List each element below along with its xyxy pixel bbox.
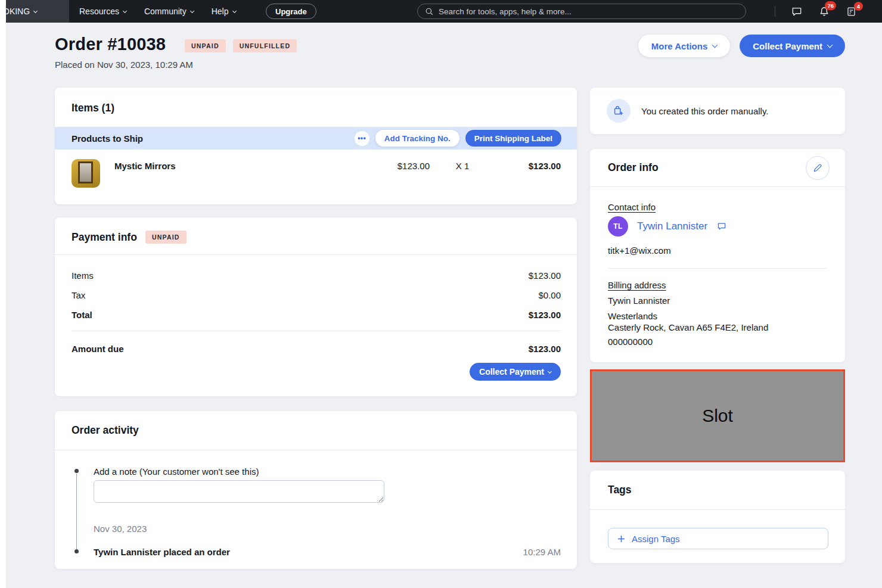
top-navbar: OKING Resources Community Help Upgrade [0, 0, 882, 23]
left-edge-strip [0, 0, 6, 588]
timeline-line [76, 474, 77, 550]
header-actions: More Actions Collect Payment [638, 35, 845, 57]
items-card: Items (1) Products to Ship ••• Add Track… [55, 88, 577, 204]
order-placed-date: Placed on Nov 30, 2023, 10:29 AM [55, 60, 193, 70]
event-text: Tywin Lannister placed an order [94, 547, 230, 557]
product-name: Mystic Mirrors [114, 159, 334, 171]
payment-info-card: Payment info UNPAID Items $123.00 Tax $0… [55, 217, 577, 396]
upgrade-button[interactable]: Upgrade [266, 4, 316, 19]
edit-order-info-button[interactable] [806, 156, 830, 180]
order-status-badges: UNPAID UNFULFILLED [185, 39, 297, 52]
timeline-date: Nov 30, 2023 [94, 524, 147, 534]
status-badge-unpaid: UNPAID [185, 39, 226, 52]
chevron-down-icon [123, 8, 127, 13]
payment-rows: Items $123.00 Tax $0.00 Total $123.00 [72, 270, 561, 329]
updates-badge: 4 [854, 2, 863, 11]
product-price: $123.00 [334, 159, 430, 171]
global-search [417, 4, 746, 19]
order-details-page: OKING Resources Community Help Upgrade [0, 0, 882, 588]
menu-help[interactable]: Help [212, 7, 236, 16]
amount-due-value: $123.00 [529, 344, 561, 354]
payment-status-badge: UNPAID [145, 231, 187, 244]
manual-order-notice-text: You created this order manually. [641, 106, 768, 116]
print-shipping-label-button[interactable]: Print Shipping Label [465, 130, 561, 147]
site-name: OKING [6, 7, 30, 16]
order-activity-card: Order activity Add a note (Your customer… [55, 411, 577, 569]
divider [55, 450, 577, 450]
manual-order-notice-card: You created this order manually. [590, 88, 845, 134]
add-tracking-button[interactable]: Add Tracking No. [375, 130, 459, 147]
more-options-icon[interactable]: ••• [355, 131, 369, 146]
payment-row-items: Items $123.00 [72, 270, 561, 281]
chevron-down-icon [548, 369, 552, 373]
billing-address-label: Billing address [608, 280, 666, 290]
contact-email: titk+1@wix.com [608, 245, 671, 256]
search-icon [425, 7, 434, 16]
chat-icon[interactable] [791, 5, 803, 17]
items-card-title: Items (1) [72, 102, 114, 114]
billing-phone: 000000000 [608, 337, 653, 347]
chevron-down-icon [190, 8, 194, 13]
page-title: Order #10038 [55, 35, 166, 54]
event-time: 10:29 AM [523, 547, 561, 557]
divider [590, 509, 845, 510]
product-image [72, 159, 100, 188]
chevron-down-icon [33, 8, 38, 13]
message-contact-icon[interactable] [716, 221, 727, 232]
payment-card-title: Payment info [72, 231, 137, 244]
menu-community[interactable]: Community [144, 7, 194, 16]
billing-name: Tywin Lannister [608, 295, 670, 306]
collect-payment-button-secondary[interactable]: Collect Payment [470, 363, 561, 381]
avatar: TL [608, 216, 628, 237]
timeline-dot [74, 549, 79, 553]
notifications-badge: 76 [825, 1, 836, 10]
timeline-event: Tywin Lannister placed an order 10:29 AM [94, 547, 561, 557]
divider [608, 268, 827, 269]
contact-row: TL Tywin Lannister [608, 216, 727, 237]
payment-row-total: Total $123.00 [72, 310, 561, 320]
search-input[interactable] [439, 7, 738, 16]
plus-icon [617, 535, 625, 543]
divider [775, 6, 775, 17]
notifications-bell-icon[interactable]: 76 [818, 5, 830, 17]
divider [72, 331, 561, 331]
product-quantity: X 1 [430, 159, 495, 171]
chevron-down-icon [232, 8, 236, 13]
order-info-title: Order info [608, 161, 659, 174]
assign-tags-button[interactable]: Assign Tags [608, 528, 828, 549]
pencil-icon [812, 163, 823, 173]
updates-icon[interactable]: 4 [846, 6, 857, 17]
slot-label: Slot [702, 406, 733, 426]
amount-due-label: Amount due [72, 344, 124, 354]
more-actions-button[interactable]: More Actions [638, 35, 730, 57]
products-to-ship-row: Products to Ship ••• Add Tracking No. Pr… [55, 127, 577, 150]
chevron-down-icon [827, 42, 833, 48]
fulfillment-label: Products to Ship [72, 133, 355, 144]
product-row[interactable]: Mystic Mirrors $123.00 X 1 $123.00 [72, 159, 561, 188]
billing-address: Westerlands Casterly Rock, Cavan A65 F4E… [608, 310, 768, 333]
divider [55, 254, 577, 255]
fulfillment-actions: ••• Add Tracking No. Print Shipping Labe… [355, 130, 561, 147]
order-note-input[interactable] [94, 480, 384, 503]
order-info-card: Order info Contact info TL Tywin Lannist… [590, 149, 845, 362]
contact-name-link[interactable]: Tywin Lannister [637, 220, 707, 232]
status-badge-unfulfilled: UNFULFILLED [233, 39, 297, 52]
menu-resources[interactable]: Resources [79, 7, 126, 16]
divider [590, 186, 845, 187]
tags-card-title: Tags [608, 484, 632, 496]
payment-row-tax: Tax $0.00 [72, 290, 561, 300]
navbar-menu: Resources Community Help [79, 0, 236, 23]
site-selector[interactable]: OKING [6, 0, 69, 23]
payment-card-header: Payment info UNPAID [72, 231, 187, 244]
slot-placeholder: Slot [590, 369, 845, 462]
tags-card: Tags Assign Tags [590, 471, 845, 563]
amount-due-row: Amount due $123.00 [72, 344, 561, 354]
add-note-label: Add a note (Your customer won't see this… [94, 466, 259, 477]
navbar-icons: 76 4 [775, 0, 857, 23]
mirror-graphic [78, 161, 93, 183]
activity-card-title: Order activity [72, 424, 139, 437]
chevron-down-icon [712, 42, 718, 48]
collect-payment-button[interactable]: Collect Payment [740, 35, 845, 57]
bag-plus-icon [607, 99, 631, 123]
product-total: $123.00 [495, 159, 561, 171]
